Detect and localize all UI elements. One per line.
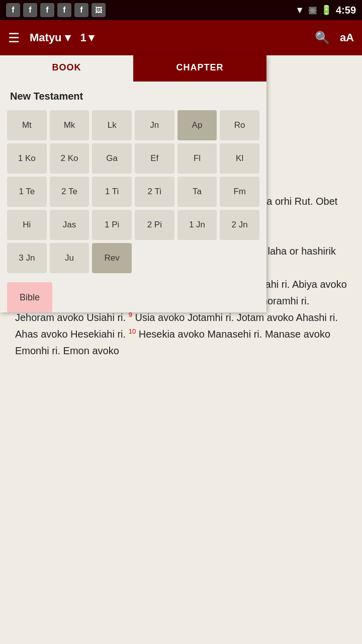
book-name: Matyu bbox=[30, 31, 62, 44]
signal-icon: ▣ bbox=[308, 5, 317, 16]
book-cell-1pi[interactable]: 1 Pi bbox=[92, 210, 132, 240]
book-cell-3jn[interactable]: 3 Jn bbox=[7, 243, 47, 273]
bible-button[interactable]: Bible bbox=[7, 282, 52, 312]
fb-icon-2: f bbox=[23, 3, 37, 17]
battery-icon: 🔋 bbox=[321, 5, 332, 16]
time-display: 4:59 bbox=[336, 5, 356, 16]
menu-button[interactable]: ☰ bbox=[8, 30, 20, 46]
font-size-button[interactable]: aA bbox=[340, 31, 354, 44]
book-cell-2te[interactable]: 2 Te bbox=[50, 177, 89, 207]
book-cell-fl[interactable]: Fl bbox=[177, 143, 217, 174]
book-cell-1ko[interactable]: 1 Ko bbox=[7, 143, 47, 174]
book-cell-jas[interactable]: Jas bbox=[50, 210, 89, 240]
status-right: ▼ ▣ 🔋 4:59 bbox=[295, 5, 356, 16]
book-cell-2jn[interactable]: 2 Jn bbox=[220, 210, 259, 240]
fb-icon-5: f bbox=[74, 3, 88, 17]
book-cell-ta[interactable]: Ta bbox=[177, 177, 217, 207]
book-cell-ga[interactable]: Ga bbox=[92, 143, 132, 174]
book-cell-lk[interactable]: Lk bbox=[92, 110, 132, 140]
book-cell-2ti[interactable]: 2 Ti bbox=[135, 177, 174, 207]
photo-icon: 🖼 bbox=[92, 3, 106, 17]
book-cell-mk[interactable]: Mk bbox=[50, 110, 89, 140]
book-cell-hi[interactable]: Hi bbox=[7, 210, 47, 240]
chapter-selector[interactable]: 1 ▾ bbox=[80, 31, 94, 44]
page-wrapper: yu or kalira kalira. Or ahandari ava nah… bbox=[0, 55, 362, 369]
status-icons: f f f f f 🖼 bbox=[6, 3, 106, 17]
search-button[interactable]: 🔍 bbox=[315, 31, 330, 45]
testament-label: New Testament bbox=[0, 82, 266, 107]
fb-icon-4: f bbox=[57, 3, 71, 17]
dropdown-overlay: BOOK CHAPTER New Testament Mt Mk Lk Jn A… bbox=[0, 55, 266, 320]
book-cell-rev[interactable]: Rev bbox=[92, 243, 132, 273]
dropdown-panel: BOOK CHAPTER New Testament Mt Mk Lk Jn A… bbox=[0, 55, 266, 312]
book-cell-mt[interactable]: Mt bbox=[7, 110, 47, 140]
book-cell-1ti[interactable]: 1 Ti bbox=[92, 177, 132, 207]
book-cell-1te[interactable]: 1 Te bbox=[7, 177, 47, 207]
status-bar: f f f f f 🖼 ▼ ▣ 🔋 4:59 bbox=[0, 0, 362, 20]
top-bar: ☰ Matyu ▾ 1 ▾ 🔍 aA bbox=[0, 20, 362, 55]
book-cell-ro[interactable]: Ro bbox=[220, 110, 259, 140]
fb-icon-1: f bbox=[6, 3, 20, 17]
tab-chapter[interactable]: CHAPTER bbox=[133, 55, 266, 82]
chapter-num: 1 bbox=[80, 31, 86, 44]
fb-icon-3: f bbox=[40, 3, 54, 17]
book-dropdown-arrow: ▾ bbox=[65, 31, 70, 44]
book-cell-fm[interactable]: Fm bbox=[220, 177, 259, 207]
book-cell-jn[interactable]: Jn bbox=[135, 110, 174, 140]
book-cell-kl[interactable]: Kl bbox=[220, 143, 259, 174]
tabs-bar: BOOK CHAPTER bbox=[0, 55, 266, 82]
book-cell-2ko[interactable]: 2 Ko bbox=[50, 143, 89, 174]
tab-book[interactable]: BOOK bbox=[0, 55, 133, 82]
book-selector[interactable]: Matyu ▾ bbox=[30, 31, 70, 44]
book-grid: Mt Mk Lk Jn Ap Ro 1 Ko 2 Ko Ga Ef Fl Kl … bbox=[0, 107, 266, 278]
book-cell-ju[interactable]: Ju bbox=[50, 243, 89, 273]
wifi-icon: ▼ bbox=[295, 5, 304, 16]
chapter-dropdown-arrow: ▾ bbox=[88, 31, 94, 44]
book-cell-ef[interactable]: Ef bbox=[135, 143, 174, 174]
book-cell-1jn[interactable]: 1 Jn bbox=[177, 210, 217, 240]
book-cell-2pi[interactable]: 2 Pi bbox=[135, 210, 174, 240]
book-cell-ap[interactable]: Ap bbox=[177, 110, 217, 140]
